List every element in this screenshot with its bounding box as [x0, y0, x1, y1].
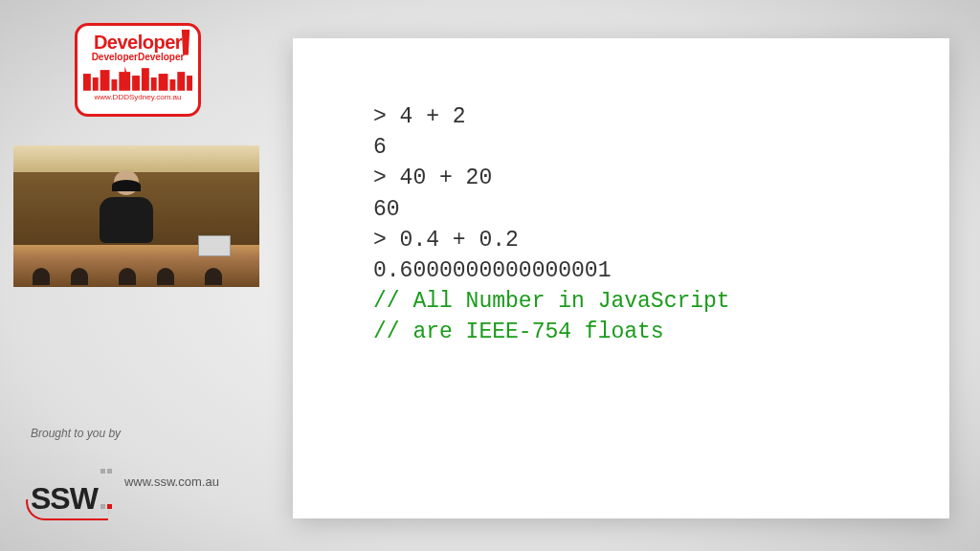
ssw-dots-icon	[100, 446, 113, 517]
svg-marker-5	[124, 66, 126, 72]
logo-url: www.DDDSydney.com.au	[95, 93, 182, 101]
presentation-slide: > 4 + 26> 40 + 2060> 0.4 + 0.20.60000000…	[293, 38, 949, 518]
code-line: 6	[373, 132, 949, 163]
brought-by-label: Brought to you by	[31, 427, 219, 440]
ssw-logo-text: SSW	[31, 481, 98, 516]
code-line: > 4 + 2	[373, 101, 949, 132]
svg-rect-3	[111, 79, 117, 91]
svg-rect-2	[100, 70, 110, 91]
svg-rect-12	[187, 76, 192, 91]
speaker-video-thumbnail	[13, 145, 259, 287]
svg-rect-11	[177, 72, 185, 91]
svg-rect-6	[132, 76, 140, 91]
logo-sub-text: DeveloperDeveloper	[92, 52, 185, 62]
code-comment-line: // All Number in JavaScript	[373, 286, 949, 317]
code-block: > 4 + 26> 40 + 2060> 0.4 + 0.20.60000000…	[373, 101, 949, 348]
sponsor-block: Brought to you by SSW www.ssw.com.au	[31, 427, 219, 517]
code-line: 0.6000000000000001	[373, 255, 949, 286]
speaker-figure	[98, 184, 155, 254]
logo-main-text: Developer	[94, 32, 182, 54]
ddd-sydney-logo: Developer DeveloperDeveloper www.DDDSydn…	[75, 23, 201, 117]
svg-rect-7	[142, 68, 149, 91]
svg-rect-8	[151, 77, 157, 91]
svg-rect-4	[119, 72, 130, 91]
ssw-logo: SSW	[31, 446, 113, 517]
code-line: > 40 + 20	[373, 163, 949, 193]
laptop-icon	[198, 235, 231, 256]
svg-rect-1	[93, 77, 99, 91]
skyline-icon	[81, 66, 194, 91]
svg-rect-9	[159, 74, 168, 91]
code-line: 60	[373, 194, 949, 225]
svg-rect-0	[83, 74, 91, 91]
code-line: > 0.4 + 0.2	[373, 225, 949, 255]
code-comment-line: // are IEEE-754 floats	[373, 317, 949, 347]
ssw-url: www.ssw.com.au	[124, 474, 219, 489]
svg-rect-10	[169, 79, 175, 91]
